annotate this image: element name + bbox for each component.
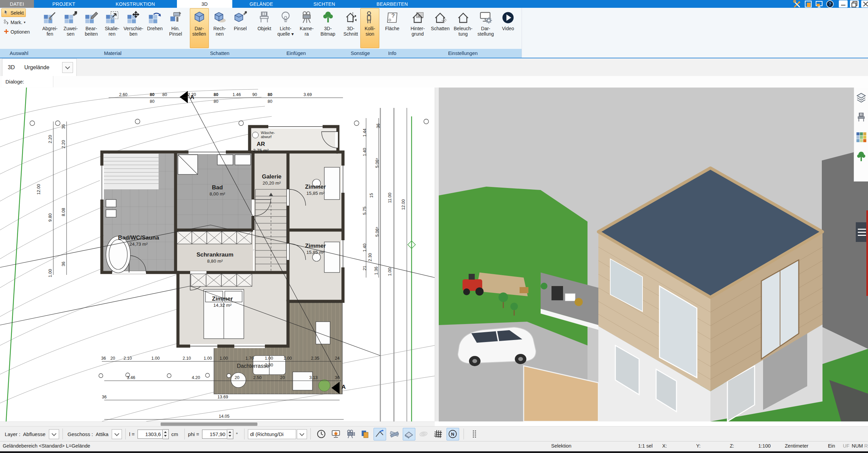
- materials-palette-icon[interactable]: [855, 130, 867, 145]
- restore-button[interactable]: [850, 0, 859, 7]
- ribbon: SelektMark.▾OptionenAuswahlAbgrei- fenZu…: [0, 8, 868, 58]
- svg-text:2.50: 2.50: [253, 375, 261, 380]
- button-verschie-ben[interactable]: Verschie- ben: [123, 8, 144, 48]
- svg-text:Zimmer: Zimmer: [305, 243, 326, 249]
- length-input[interactable]: 1303,6: [138, 430, 163, 439]
- cursor-icon: [3, 10, 9, 16]
- roof-slope-icon[interactable]: [374, 428, 386, 440]
- window-panel-icon[interactable]: [804, 1, 812, 7]
- help-icon[interactable]: ?: [826, 1, 834, 7]
- button-label: Fläche: [385, 26, 399, 31]
- button-video[interactable]: Video: [499, 8, 518, 48]
- button-drehen[interactable]: Drehen: [145, 8, 164, 48]
- mat-move-icon: [127, 10, 140, 26]
- slab-icon[interactable]: [403, 428, 415, 440]
- view-tab-3d[interactable]: 3D Urgelände: [2, 58, 77, 76]
- button-skalie-ren[interactable]: Skalie- ren: [103, 8, 122, 48]
- tab-3d[interactable]: 3D: [177, 0, 232, 8]
- button-label: Mark.: [11, 20, 22, 25]
- geschoss-dropdown[interactable]: [112, 429, 122, 439]
- button-selekt[interactable]: Selekt: [1, 8, 26, 17]
- svg-text:2.60: 2.60: [119, 92, 127, 97]
- layer-dropdown[interactable]: [49, 429, 59, 439]
- svg-text:20: 20: [235, 375, 239, 380]
- button-objekt[interactable]: Objekt: [255, 8, 274, 48]
- folders-icon[interactable]: [359, 428, 372, 440]
- tab-gel-nde[interactable]: GELÄNDE: [232, 0, 290, 8]
- status-z-label: Z:: [730, 443, 734, 449]
- objects-chair-icon[interactable]: [855, 110, 867, 125]
- plan-horizontal-scrollbar[interactable]: [0, 421, 435, 427]
- button-schatten[interactable]: Schatten: [431, 8, 450, 48]
- drag-dots-icon[interactable]: [468, 428, 481, 440]
- svg-text:1.70: 1.70: [246, 356, 254, 361]
- minimize-button[interactable]: [839, 0, 848, 7]
- grid-icon[interactable]: [432, 428, 445, 440]
- ribbon-group-einfügen: ObjektLicht- quelle ▾Kame- ra3D- BitmapE…: [252, 8, 341, 58]
- button-fl-che[interactable]: ?Fläche: [383, 8, 402, 48]
- monitor-star-icon[interactable]: [330, 428, 342, 440]
- close-button[interactable]: [861, 0, 868, 7]
- view-3d-canvas[interactable]: [439, 88, 868, 421]
- button-kolli-sion[interactable]: Kolli- sion: [360, 8, 379, 48]
- svg-text:36: 36: [61, 262, 66, 266]
- group-caption: Schatten: [187, 49, 252, 58]
- monitor-gear-icon: [479, 10, 492, 26]
- tab-konstruktion[interactable]: KONSTRUKTION: [94, 0, 177, 8]
- button-beleuch-tung[interactable]: Beleuch- tung: [453, 8, 473, 48]
- button-optionen[interactable]: Optionen: [1, 27, 32, 36]
- svg-text:14.05: 14.05: [219, 414, 229, 419]
- display-panel-icon[interactable]: [815, 1, 823, 7]
- svg-text:1.00: 1.00: [284, 356, 292, 361]
- button-bear-beiten[interactable]: Bear- beiten: [82, 8, 101, 48]
- svg-text:Wäsche-: Wäsche-: [261, 131, 275, 135]
- tab-bearbeiten[interactable]: BEARBEITEN: [358, 0, 426, 8]
- svg-text:2.10: 2.10: [183, 356, 191, 361]
- svg-text:8.08: 8.08: [61, 208, 66, 216]
- button-abgrei-fen[interactable]: Abgrei- fen: [40, 8, 59, 48]
- tab-datei[interactable]: DATEI: [0, 0, 34, 8]
- button-dar-stellung[interactable]: Dar- stellung: [476, 8, 495, 48]
- floor-plan-canvas[interactable]: Bad/WC/Sauna24,73 m²Bad8,00 m²Galerie20,…: [0, 88, 435, 421]
- button-rech-nen[interactable]: Rech- nen: [210, 8, 229, 48]
- tools-icon[interactable]: [793, 1, 801, 7]
- status-unit: Zentimeter: [785, 443, 808, 449]
- svg-text:5.06⁵: 5.06⁵: [375, 158, 380, 168]
- plants-tree-icon[interactable]: [855, 149, 867, 164]
- layers-icon[interactable]: [855, 90, 867, 105]
- button-3d-schnitt[interactable]: 3D- Schnitt: [341, 8, 360, 48]
- button-dar-stellen[interactable]: Dar- stellen: [190, 8, 209, 48]
- button-kame-ra[interactable]: Kame- ra: [297, 8, 316, 48]
- button-mark-[interactable]: Mark.▾: [1, 18, 28, 26]
- video-camera-icon[interactable]: [344, 428, 357, 440]
- svg-text:13.69: 13.69: [217, 395, 228, 399]
- dl-direction-select[interactable]: dl (Richtung/Di: [248, 429, 296, 439]
- phi-input[interactable]: 157,90: [202, 430, 227, 439]
- chevron-down-icon: [114, 431, 119, 436]
- button-3d-bitmap[interactable]: 3D- Bitmap: [319, 8, 338, 48]
- button-licht-quelle[interactable]: Licht- quelle ▾: [276, 8, 295, 48]
- compass-n-icon[interactable]: N: [447, 428, 459, 440]
- button-zuwei-sen[interactable]: Zuwei- sen: [61, 8, 80, 48]
- tab-projekt[interactable]: PROJEKT: [34, 0, 94, 8]
- svg-text:1.40: 1.40: [362, 244, 367, 252]
- button-pinsel[interactable]: Pinsel: [231, 8, 250, 48]
- view-dropdown-button[interactable]: [62, 62, 73, 73]
- svg-text:20: 20: [110, 356, 115, 361]
- scrollbar-thumb[interactable]: [161, 422, 257, 426]
- planks-icon[interactable]: [388, 428, 401, 440]
- svg-text:N: N: [451, 432, 454, 437]
- svg-text:AR: AR: [257, 141, 265, 147]
- contour-icon[interactable]: [417, 428, 430, 440]
- dl-dropdown[interactable]: [297, 429, 307, 439]
- status-num: NUM: [852, 443, 863, 449]
- button-hin-pinsel[interactable]: Hin. Pinsel: [166, 8, 185, 48]
- button-label: Selekt: [11, 10, 24, 16]
- tab-sichten[interactable]: SICHTEN: [290, 0, 358, 8]
- clock-icon[interactable]: [315, 428, 328, 440]
- phi-stepper[interactable]: [227, 429, 233, 439]
- button-label: Verschie- ben: [124, 26, 143, 37]
- length-stepper[interactable]: [163, 429, 169, 439]
- svg-text:1.00: 1.00: [220, 356, 228, 361]
- button-hinter-grund[interactable]: Hinter- grund: [408, 8, 427, 48]
